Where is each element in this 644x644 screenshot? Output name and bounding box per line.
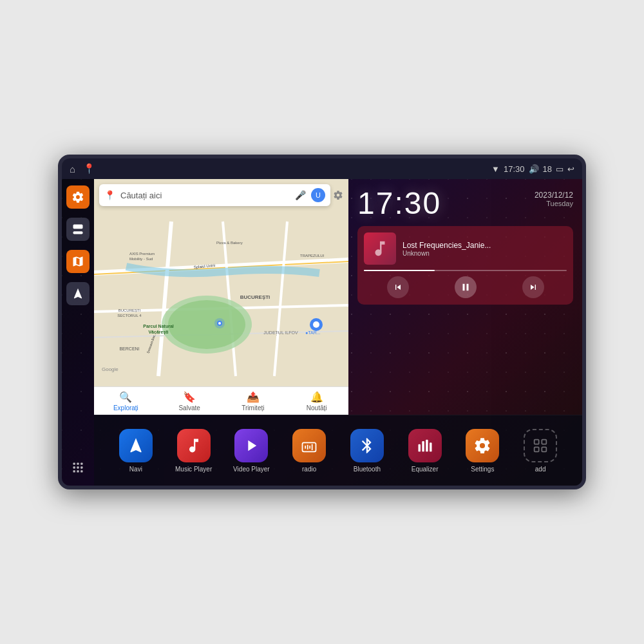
svg-rect-47 [430, 442, 432, 451]
add-label: add [535, 466, 546, 473]
map-nav-saved[interactable]: 🔖 Salvate [158, 387, 222, 415]
saved-label: Salvate [178, 404, 200, 412]
music-artist: Unknown [402, 250, 567, 257]
music-controls [364, 276, 567, 298]
svg-text:BUCUREȘTI: BUCUREȘTI [118, 308, 141, 312]
add-icon [524, 429, 557, 462]
map-nav-news[interactable]: 🔔 Noutăți [285, 387, 348, 415]
svg-text:Parcul Natural: Parcul Natural [143, 324, 174, 328]
music-info: Lost Frequencies_Janie... Unknown [364, 232, 567, 265]
svg-rect-2 [80, 463, 82, 465]
svg-rect-5 [80, 466, 82, 468]
music-player-label: Music Player [175, 466, 212, 473]
google-maps-icon: 📍 [104, 190, 115, 200]
sidebar-grid-button[interactable] [66, 456, 90, 479]
battery-icon: ▭ [556, 164, 564, 174]
video-player-icon [234, 429, 268, 462]
radio-icon [292, 429, 326, 462]
svg-rect-44 [418, 444, 421, 451]
app-equalizer[interactable]: Equalizer [402, 429, 448, 473]
app-bluetooth[interactable]: Bluetooth [345, 429, 390, 473]
svg-text:TRAPEZULUI: TRAPEZULUI [300, 254, 325, 258]
svg-rect-48 [535, 439, 539, 444]
bluetooth-icon [350, 429, 384, 462]
info-panel: 17:30 2023/12/12 Tuesday [348, 179, 582, 415]
music-widget[interactable]: Lost Frequencies_Janie... Unknown [357, 226, 573, 305]
svg-rect-7 [77, 470, 79, 472]
svg-point-33 [313, 321, 319, 328]
video-player-label: Video Player [233, 466, 270, 473]
map-bottom-nav: 🔍 Explorați 🔖 Salvate 📤 Trimiteți � [94, 386, 348, 415]
navi-icon [119, 429, 153, 462]
share-icon: 📤 [247, 391, 260, 403]
svg-text:BUCUREȘTI: BUCUREȘTI [240, 294, 270, 300]
svg-rect-46 [426, 439, 428, 451]
svg-point-37 [218, 322, 221, 325]
map-search-input[interactable]: Căutați aici [120, 191, 290, 200]
map-panel[interactable]: 📍 Căutați aici 🎤 U [94, 179, 348, 415]
svg-text:●TAR...: ●TAR... [305, 330, 321, 335]
volume-icon: 🔊 [529, 164, 539, 174]
top-section: 📍 Căutați aici 🎤 U [94, 179, 582, 415]
news-icon: 🔔 [310, 391, 323, 403]
map-nav-share[interactable]: 📤 Trimiteți [222, 387, 285, 415]
wifi-icon: ▼ [491, 164, 500, 174]
map-pin-icon[interactable]: 📍 [83, 163, 95, 175]
map-nav-explore[interactable]: 🔍 Explorați [94, 387, 158, 415]
svg-rect-4 [77, 466, 79, 468]
status-bar: ⌂ 📍 ▼ 17:30 🔊 18 ▭ ↩ [62, 158, 582, 179]
svg-rect-50 [535, 447, 539, 451]
svg-text:BERCENI: BERCENI [119, 346, 139, 351]
app-grid: Navi Music Player Video Player [94, 415, 582, 486]
back-arrow-icon[interactable]: ↩ [567, 164, 574, 174]
svg-text:Pizza & Bakery: Pizza & Bakery [216, 241, 243, 245]
bluetooth-label: Bluetooth [354, 466, 381, 473]
svg-text:JUDEȚUL ILFOV: JUDEȚUL ILFOV [263, 330, 298, 336]
main-screen: 📍 Căutați aici 🎤 U [62, 179, 582, 486]
sidebar-settings-button[interactable] [66, 185, 90, 209]
clock-display: 17:30 [357, 185, 441, 221]
svg-rect-3 [73, 466, 75, 468]
settings-label: Settings [471, 466, 494, 473]
app-music-player[interactable]: Music Player [171, 429, 216, 473]
music-progress-fill [364, 270, 435, 271]
svg-rect-1 [77, 463, 79, 465]
svg-text:Văcărești: Văcărești [148, 330, 168, 335]
sidebar-layers-button[interactable] [66, 218, 90, 241]
user-avatar[interactable]: U [311, 188, 325, 202]
album-art-inner [364, 232, 396, 265]
app-navi[interactable]: Navi [113, 429, 158, 473]
app-settings[interactable]: Settings [460, 429, 505, 473]
sidebar-map-button[interactable] [66, 250, 90, 273]
sidebar-navigate-button[interactable] [66, 282, 90, 305]
svg-text:AXIS Premium: AXIS Premium [129, 252, 155, 256]
navi-label: Navi [129, 466, 142, 473]
saved-icon: 🔖 [183, 391, 196, 403]
svg-text:Google: Google [102, 366, 118, 372]
prev-track-button[interactable] [387, 276, 409, 298]
pause-button[interactable] [455, 276, 477, 298]
album-art [364, 232, 396, 265]
date-display: 2023/12/12 [535, 191, 573, 200]
day-display: Tuesday [535, 200, 573, 207]
svg-text:SECTORUL 4: SECTORUL 4 [117, 314, 142, 317]
sidebar [62, 179, 94, 486]
map-content: Parcul Natural Văcărești BUCUREȘTI JUDEȚ… [94, 211, 348, 386]
map-search-bar[interactable]: 📍 Căutați aici 🎤 U [99, 184, 330, 206]
app-radio[interactable]: radio [287, 429, 332, 473]
settings-icon [466, 429, 499, 462]
clock-date: 2023/12/12 Tuesday [535, 185, 573, 207]
microphone-icon[interactable]: 🎤 [295, 190, 306, 200]
equalizer-icon [408, 429, 442, 462]
app-add[interactable]: add [518, 429, 563, 473]
svg-point-18 [168, 300, 245, 349]
next-track-button[interactable] [522, 276, 544, 298]
music-progress-bar[interactable] [364, 270, 567, 271]
svg-rect-51 [542, 447, 546, 451]
home-icon[interactable]: ⌂ [70, 164, 75, 175]
map-settings-icon[interactable] [330, 184, 346, 206]
svg-rect-0 [73, 463, 75, 465]
clock-widget: 17:30 2023/12/12 Tuesday [357, 185, 573, 221]
app-video-player[interactable]: Video Player [229, 429, 274, 473]
svg-rect-6 [73, 470, 75, 472]
